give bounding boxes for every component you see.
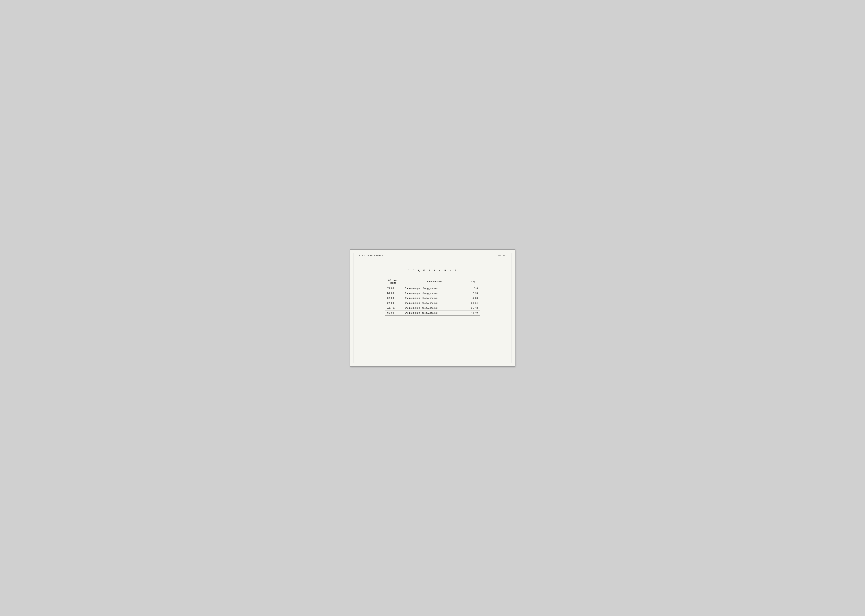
cell-name: Спецификация оборудования	[401, 306, 468, 311]
table-row: ОВ СОСпецификация оборудованияI4–23	[385, 296, 480, 301]
corner-divider	[507, 254, 509, 258]
table-row: ТХ СОСпецификация оборудования3–6	[385, 286, 480, 291]
cell-designation: ОВ СО	[385, 296, 401, 301]
col-header-name: Наименование	[401, 278, 468, 286]
header-left-text: ТП 816-I-75.86 Альбом 4	[356, 255, 383, 257]
cell-designation: ЭМ СО	[385, 301, 401, 306]
col-header-designation: Обозна-чение	[385, 278, 401, 286]
table-row: ЭМ СОСпецификация оборудования24–34	[385, 301, 480, 306]
cell-name: Спецификация оборудования	[401, 286, 468, 291]
cell-name: Спецификация оборудования	[401, 301, 468, 306]
cell-page: 24–34	[468, 301, 480, 306]
document-number: 21010-04	[495, 255, 505, 257]
cell-page: 7–I3	[468, 291, 480, 296]
page-title: С О Д Е Р Ж А Н И Е	[407, 269, 458, 272]
col-header-page: Стр.	[468, 278, 480, 286]
header-right-text: 21010-04	[495, 254, 509, 258]
cell-designation: АОВ СО	[385, 306, 401, 311]
content-area: С О Д Е Р Ж А Н И Е Обозна-чение Наимено…	[354, 258, 511, 363]
cell-designation: ТХ СО	[385, 286, 401, 291]
cell-page: 3–6	[468, 286, 480, 291]
table-row: АОВ СОСпецификация оборудования35–43	[385, 306, 480, 311]
table-row: СС СОСпецификация оборудования44–49	[385, 311, 480, 316]
table-row: ВК СОСпецификация оборудования7–I3	[385, 291, 480, 296]
cell-designation: СС СО	[385, 311, 401, 316]
cell-name: Спецификация оборудования	[401, 291, 468, 296]
page: ТП 816-I-75.86 Альбом 4 21010-04 С О Д Е…	[350, 250, 515, 366]
cell-page: I4–23	[468, 296, 480, 301]
header-bar: ТП 816-I-75.86 Альбом 4 21010-04	[354, 253, 511, 258]
page-inner: ТП 816-I-75.86 Альбом 4 21010-04 С О Д Е…	[354, 253, 511, 363]
table-header-row: Обозна-чение Наименование Стр.	[385, 278, 480, 286]
cell-name: Спецификация оборудования	[401, 296, 468, 301]
cell-page: 35–43	[468, 306, 480, 311]
cell-name: Спецификация оборудования	[401, 311, 468, 316]
contents-table: Обозна-чение Наименование Стр. ТХ СОСпец…	[385, 278, 480, 316]
cell-page: 44–49	[468, 311, 480, 316]
cell-designation: ВК СО	[385, 291, 401, 296]
